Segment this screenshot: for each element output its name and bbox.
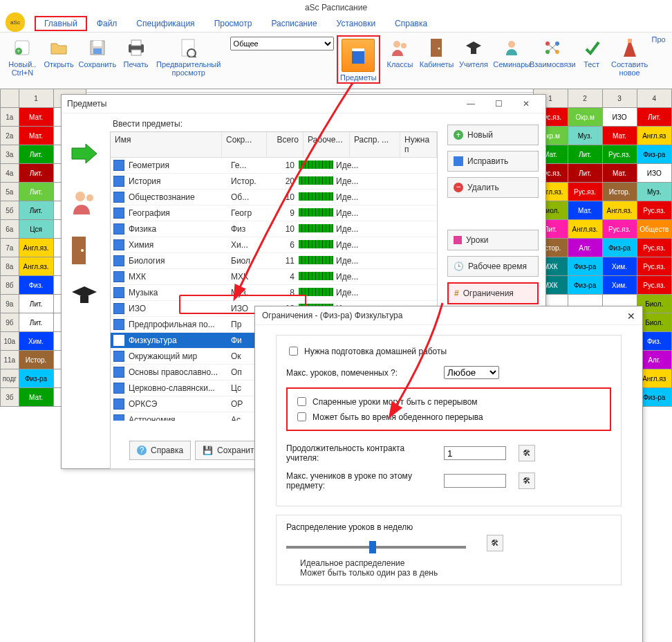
svg-rect-4	[93, 41, 102, 46]
maxstud-input[interactable]	[444, 474, 506, 488]
svg-rect-8	[131, 50, 141, 55]
col-cnt[interactable]: Всего	[267, 132, 304, 157]
menu-spec[interactable]: Спецификация	[127, 16, 204, 31]
subject-row[interactable]: ИсторияИстор.20Иде...	[111, 174, 437, 190]
menu-bar: aSc Главный Файл Спецификация Просмотр Р…	[0, 15, 672, 32]
svg-point-15	[401, 43, 407, 48]
col-work[interactable]: Рабоче...	[304, 132, 350, 157]
classes-button[interactable]: Классы	[383, 35, 417, 68]
new-subject-button[interactable]: +Новый	[447, 125, 539, 145]
distribution-tool-button[interactable]: 🛠	[487, 535, 503, 551]
svg-point-17	[438, 48, 440, 50]
homework-checkbox[interactable]: Нужна подготовка домашней работы	[286, 345, 611, 358]
close-button[interactable]: ✕	[512, 96, 540, 111]
svg-text:+: +	[17, 48, 21, 55]
clock-icon: 🕒	[454, 262, 464, 271]
save-button[interactable]: Сохранить	[78, 35, 116, 68]
people-icon[interactable]	[69, 188, 100, 216]
contract-input[interactable]	[444, 446, 506, 460]
hash-icon: #	[454, 288, 459, 298]
seminars-button[interactable]: Семинары	[493, 35, 530, 68]
ribbon: +Новый..Ctrl+N Открыть Сохранить Печать …	[0, 32, 672, 93]
col-dist[interactable]: Распр. ...	[350, 132, 400, 157]
svg-point-27	[75, 192, 85, 201]
menu-file[interactable]: Файл	[87, 16, 127, 31]
svg-line-11	[194, 56, 197, 57]
once-label: Может быть только один раз в день	[300, 568, 611, 578]
menu-view[interactable]: Просмотр	[205, 16, 262, 31]
svg-point-14	[393, 41, 400, 48]
maximize-button[interactable]: ☐	[485, 96, 512, 111]
view-combo[interactable]: Общее	[230, 37, 334, 51]
restrict-title: Ограничения - (Физ-ра) Физкультура	[255, 306, 642, 325]
test-button[interactable]: Тест	[575, 35, 608, 68]
svg-rect-26	[628, 39, 632, 43]
menu-main[interactable]: Главный	[35, 16, 87, 31]
svg-rect-18	[471, 48, 476, 54]
menu-settings[interactable]: Установки	[327, 16, 385, 31]
restrict-close-button[interactable]: ✕	[627, 311, 635, 322]
col-need[interactable]: Нужна п	[400, 132, 437, 157]
cap-icon[interactable]	[69, 282, 100, 310]
relations-button[interactable]: Взаимосвязи	[533, 35, 572, 68]
col-abbr[interactable]: Сокр...	[222, 132, 267, 157]
rooms-button[interactable]: Кабинеты	[420, 35, 454, 68]
contract-tool-button[interactable]: 🛠	[519, 445, 535, 461]
arrow-icon[interactable]	[69, 141, 100, 169]
combo-wrap: Общее	[230, 37, 334, 51]
paired-checkbox[interactable]: Спаренные уроки могут быть с перерывом	[295, 395, 603, 408]
edit-subject-button[interactable]: Исправить	[447, 151, 539, 172]
svg-rect-7	[131, 40, 141, 46]
svg-point-28	[86, 194, 93, 201]
enter-subjects-label: Ввести предметы:	[113, 119, 438, 129]
subject-row[interactable]: ОбществознаниеОб...10Иде...	[111, 190, 437, 205]
teachers-button[interactable]: Учителя	[457, 35, 491, 68]
subject-row[interactable]: БиологияБиол.11Иде...	[111, 253, 437, 269]
dialog-sidebar	[62, 113, 107, 469]
svg-rect-5	[93, 48, 102, 54]
contract-label: Продолжительность контракта учителя:	[286, 443, 431, 463]
help-button[interactable]: ?Справка	[129, 441, 191, 460]
door-icon[interactable]	[69, 235, 100, 263]
subject-row[interactable]: ГеографияГеогр9Иде...	[111, 205, 437, 221]
menu-schedule[interactable]: Расписание	[261, 16, 326, 31]
new-button[interactable]: +Новый..Ctrl+N	[6, 35, 39, 77]
svg-rect-31	[80, 296, 88, 303]
restrictions-button[interactable]: #Ограничения	[447, 282, 539, 304]
maxstud-label: Макс. учеников в уроке по этому предмету…	[286, 471, 431, 490]
svg-point-30	[81, 249, 84, 252]
subject-row[interactable]: ГеометрияГе...10Иде...	[111, 158, 437, 174]
ideal-label: Идеальное распределение	[300, 558, 611, 568]
preview-button[interactable]: Предварительный просмотр	[156, 35, 222, 77]
lessons-button[interactable]: Уроки	[447, 230, 539, 250]
distribution-slider[interactable]	[286, 546, 466, 549]
worktime-button[interactable]: 🕒Рабочее время	[447, 256, 539, 277]
delete-subject-button[interactable]: −Удалить	[447, 177, 539, 198]
maxq-label: Макс. уроков, помеченных ?:	[286, 368, 431, 378]
lunch-checkbox[interactable]: Может быть во время обеденного перерыва	[295, 410, 603, 423]
subject-row[interactable]: ХимияХи...6Иде...	[111, 237, 437, 253]
distribution-label: Распределение уроков в неделю	[286, 522, 611, 532]
col-name[interactable]: Имя	[111, 132, 222, 157]
maxq-select[interactable]: Любое	[444, 366, 499, 379]
highlighted-checks: Спаренные уроки могут быть с перерывом М…	[286, 387, 611, 431]
bell-icon: aSc	[6, 12, 25, 32]
subject-row[interactable]: ФизикаФиз10Иде...	[111, 221, 437, 237]
svg-rect-13	[352, 48, 364, 51]
subject-row[interactable]: МХКМХК4Иде...	[111, 269, 437, 285]
compose-button[interactable]: Составить новое	[611, 35, 648, 77]
svg-point-19	[508, 41, 515, 48]
subjects-button[interactable]: Предметы	[337, 35, 380, 84]
minimize-button[interactable]: —	[457, 96, 485, 111]
menu-help[interactable]: Справка	[385, 16, 437, 31]
print-button[interactable]: Печать	[119, 35, 153, 68]
svg-rect-16	[431, 39, 442, 57]
title-bar: aSc Расписание	[0, 0, 672, 15]
maxstud-tool-button[interactable]: 🛠	[519, 473, 535, 489]
restrictions-dialog: Ограничения - (Физ-ра) Физкультура ✕ Нуж…	[254, 306, 643, 642]
dialog-title: Предметы — ☐ ✕	[62, 95, 545, 113]
open-button[interactable]: Открыть	[42, 35, 76, 68]
more-button[interactable]: Про	[651, 35, 666, 44]
